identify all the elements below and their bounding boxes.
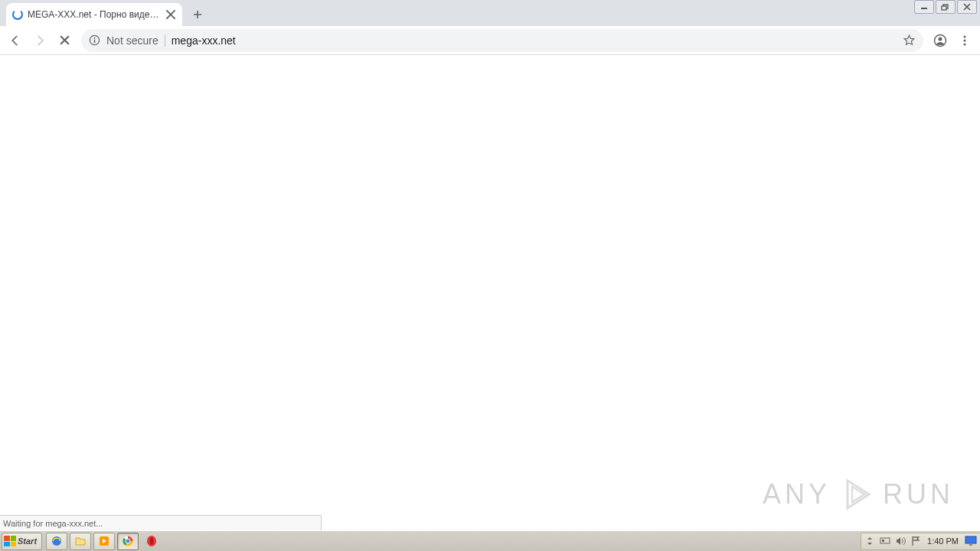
status-bar: Waiting for mega-xxx.net... xyxy=(0,515,322,530)
svg-rect-2 xyxy=(942,6,946,10)
loading-spinner-icon xyxy=(12,9,23,20)
bookmark-star-icon[interactable] xyxy=(903,34,916,47)
tray-monitor-icon[interactable] xyxy=(965,536,977,546)
address-bar[interactable]: Not secure mega-xxx.net xyxy=(81,29,923,52)
svg-rect-5 xyxy=(94,40,96,44)
window-controls xyxy=(913,0,977,14)
taskbar-clock[interactable]: 1:40 PM xyxy=(926,536,960,546)
svg-point-4 xyxy=(94,37,96,39)
back-button[interactable] xyxy=(5,30,26,51)
taskbar: Start 1:40 PM xyxy=(0,530,980,551)
svg-rect-19 xyxy=(882,540,884,542)
start-button[interactable]: Start xyxy=(2,533,42,550)
browser-toolbar: Not secure mega-xxx.net xyxy=(0,26,980,55)
tab-title: MEGA-XXX.net - Порно видео роли xyxy=(28,9,161,20)
svg-rect-20 xyxy=(965,536,976,543)
watermark-left: ANY xyxy=(763,478,831,510)
omnibox-divider xyxy=(165,34,165,47)
profile-button[interactable] xyxy=(929,30,951,51)
maximize-button[interactable] xyxy=(936,0,956,14)
watermark: ANY RUN xyxy=(763,476,954,513)
new-tab-button[interactable] xyxy=(187,4,208,25)
browser-tab[interactable]: MEGA-XXX.net - Порно видео роли xyxy=(6,3,182,26)
menu-button[interactable] xyxy=(954,30,975,51)
system-tray: 1:40 PM xyxy=(861,533,980,550)
forward-button[interactable] xyxy=(29,30,51,51)
minimize-button[interactable] xyxy=(914,0,934,14)
svg-point-8 xyxy=(964,35,966,37)
taskbar-item-media[interactable] xyxy=(93,533,115,550)
stop-reload-button[interactable] xyxy=(54,30,75,51)
taskbar-item-chrome[interactable] xyxy=(117,533,139,550)
svg-point-17 xyxy=(150,537,154,545)
tray-expand-icon[interactable] xyxy=(864,536,875,546)
volume-icon[interactable] xyxy=(895,536,906,546)
taskbar-item-ie[interactable] xyxy=(46,533,67,550)
security-status: Not secure xyxy=(106,34,158,47)
url-text: mega-xxx.net xyxy=(172,34,897,47)
taskbar-item-opera[interactable] xyxy=(141,533,162,550)
page-content xyxy=(0,55,980,530)
watermark-right: RUN xyxy=(883,478,954,510)
browser-tab-strip: MEGA-XXX.net - Порно видео роли xyxy=(0,0,980,26)
windows-logo-icon xyxy=(4,536,16,546)
svg-rect-21 xyxy=(969,544,972,546)
tray-device-icon[interactable] xyxy=(880,536,890,546)
close-tab-button[interactable] xyxy=(165,9,176,20)
start-label: Start xyxy=(18,536,37,546)
svg-rect-18 xyxy=(880,538,890,543)
status-text: Waiting for mega-xxx.net... xyxy=(3,519,103,528)
taskbar-item-explorer[interactable] xyxy=(70,533,91,550)
svg-point-9 xyxy=(964,39,966,41)
svg-point-7 xyxy=(939,37,942,41)
close-window-button[interactable] xyxy=(957,0,977,14)
flag-icon[interactable] xyxy=(910,536,921,546)
play-icon xyxy=(838,476,875,513)
site-info-icon[interactable] xyxy=(89,34,100,46)
svg-rect-0 xyxy=(921,8,927,9)
svg-point-10 xyxy=(964,43,966,45)
